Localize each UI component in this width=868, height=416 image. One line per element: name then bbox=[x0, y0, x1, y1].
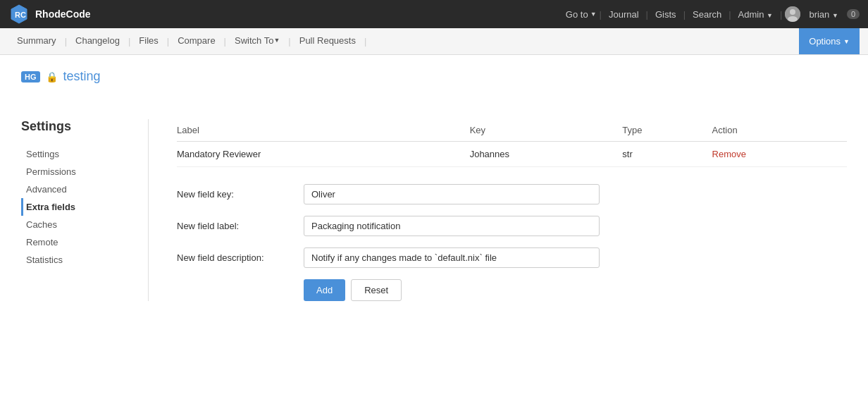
tab-switch-to[interactable]: Switch To ▼ bbox=[226, 28, 288, 54]
form-buttons: Add Reset bbox=[177, 279, 847, 301]
lock-icon: 🔒 bbox=[46, 71, 58, 82]
fields-table-body: Mandatory Reviewer Johannes str Remove bbox=[177, 142, 847, 167]
content-wrapper: Settings Settings Permissions Advanced E… bbox=[0, 105, 868, 315]
navbar-left: RC RhodeCode bbox=[8, 4, 91, 25]
sidebar-item-caches[interactable]: Caches bbox=[21, 216, 134, 233]
sidebar-item-permissions[interactable]: Permissions bbox=[21, 163, 134, 181]
tab-files[interactable]: Files bbox=[130, 28, 166, 54]
sub-navbar: Summary | Changelog | Files | Compare | … bbox=[0, 28, 868, 55]
notification-badge[interactable]: 0 bbox=[847, 9, 860, 19]
switch-to-arrow-icon: ▼ bbox=[273, 37, 280, 44]
table-row: Mandatory Reviewer Johannes str Remove bbox=[177, 142, 847, 167]
new-field-label-label: New field label: bbox=[177, 221, 304, 231]
new-field-desc-input[interactable] bbox=[304, 247, 600, 268]
search-link[interactable]: Search bbox=[688, 9, 726, 20]
col-action: Action bbox=[712, 119, 847, 142]
new-field-key-input[interactable] bbox=[304, 184, 600, 204]
add-button[interactable]: Add bbox=[304, 279, 345, 301]
goto-arrow-icon: ▼ bbox=[590, 11, 597, 18]
new-field-desc-label: New field description: bbox=[177, 252, 304, 263]
new-field-label-row: New field label: bbox=[177, 216, 847, 236]
sidebar-item-statistics[interactable]: Statistics bbox=[21, 251, 134, 269]
tab-compare[interactable]: Compare bbox=[169, 28, 223, 54]
field-action-cell: Remove bbox=[712, 142, 847, 167]
svg-point-2 bbox=[790, 9, 795, 15]
field-type-cell: str bbox=[622, 142, 712, 167]
rhodecode-logo: RC bbox=[8, 4, 30, 25]
sidebar-item-remote[interactable]: Remote bbox=[21, 233, 134, 251]
subnav-right: Options ▼ bbox=[799, 28, 860, 54]
col-type: Type bbox=[622, 119, 712, 142]
sidebar-nav: Settings Permissions Advanced Extra fiel… bbox=[21, 145, 134, 269]
field-key-cell: Johannes bbox=[470, 142, 623, 167]
sidebar-title: Settings bbox=[21, 119, 134, 134]
tab-summary[interactable]: Summary bbox=[8, 28, 65, 54]
brand-name: RhodeCode bbox=[35, 8, 91, 20]
admin-link[interactable]: Admin ▼ bbox=[734, 9, 777, 20]
repo-type-badge: HG bbox=[21, 71, 40, 82]
new-field-label-input[interactable] bbox=[304, 216, 600, 236]
top-navbar: RC RhodeCode Go to ▼ | Journal | Gists |… bbox=[0, 0, 868, 28]
sidebar-item-extra-fields[interactable]: Extra fields bbox=[21, 198, 134, 216]
fields-table: Label Key Type Action Mandatory Reviewer… bbox=[177, 119, 847, 167]
sidebar-item-advanced[interactable]: Advanced bbox=[21, 181, 134, 198]
options-arrow-icon: ▼ bbox=[843, 38, 850, 45]
gists-link[interactable]: Gists bbox=[651, 9, 681, 20]
svg-text:RC: RC bbox=[15, 11, 26, 19]
admin-arrow-icon: ▼ bbox=[767, 12, 773, 19]
repo-header: HG 🔒 testing bbox=[0, 55, 868, 84]
options-button[interactable]: Options ▼ bbox=[799, 28, 860, 54]
reset-button[interactable]: Reset bbox=[351, 279, 402, 301]
svg-point-3 bbox=[788, 16, 798, 22]
new-field-key-row: New field key: bbox=[177, 184, 847, 204]
avatar bbox=[785, 6, 800, 22]
fields-table-header: Label Key Type Action bbox=[177, 119, 847, 142]
journal-link[interactable]: Journal bbox=[604, 9, 643, 20]
subnav-items: Summary | Changelog | Files | Compare | … bbox=[8, 28, 366, 54]
field-label-cell: Mandatory Reviewer bbox=[177, 142, 470, 167]
sidebar: Settings Settings Permissions Advanced E… bbox=[21, 119, 134, 301]
main-panel: Label Key Type Action Mandatory Reviewer… bbox=[163, 119, 847, 301]
col-key: Key bbox=[470, 119, 623, 142]
new-field-key-label: New field key: bbox=[177, 189, 304, 200]
goto-button[interactable]: Go to ▼ bbox=[566, 9, 597, 20]
user-arrow-icon: ▼ bbox=[832, 12, 838, 19]
remove-link[interactable]: Remove bbox=[712, 149, 746, 159]
user-area: brian ▼ 0 bbox=[785, 6, 860, 22]
sidebar-divider bbox=[148, 119, 149, 301]
tab-pull-requests[interactable]: Pull Requests bbox=[291, 28, 364, 54]
new-field-desc-row: New field description: bbox=[177, 247, 847, 268]
tab-changelog[interactable]: Changelog bbox=[67, 28, 128, 54]
navbar-right: Go to ▼ | Journal | Gists | Search | Adm… bbox=[566, 6, 860, 22]
extra-fields-form: New field key: New field label: New fiel… bbox=[177, 184, 847, 301]
sidebar-item-settings[interactable]: Settings bbox=[21, 145, 134, 163]
col-label: Label bbox=[177, 119, 470, 142]
repo-name-link[interactable]: testing bbox=[63, 69, 101, 84]
username-link[interactable]: brian ▼ bbox=[805, 9, 842, 20]
